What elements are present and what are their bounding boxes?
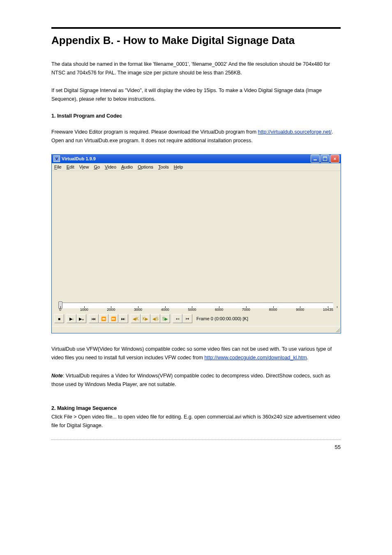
- window-buttons: ×: [311, 155, 341, 163]
- menu-help[interactable]: Help: [174, 164, 183, 169]
- transport-controls: ■ ▶ᵢ ▶ₒ ⏮ ⏪ ⏩ ⏭ ◀K K▶ ◀S S▶ ↤ ↦ Fra: [52, 312, 341, 326]
- menu-view[interactable]: View: [79, 164, 89, 169]
- top-rule: [51, 27, 341, 29]
- timeline-ticks: 0 1000 2000 3000 4000 5000 6000 7000 800…: [59, 308, 333, 312]
- maximize-button[interactable]: [321, 155, 330, 163]
- note-paragraph: Note: VirtualDub requires a Video for Wi…: [51, 372, 341, 389]
- go-start-button[interactable]: ⏮: [89, 314, 99, 323]
- status-bar: [52, 326, 341, 333]
- menu-file[interactable]: File: [54, 164, 62, 169]
- tick: 8000: [269, 308, 277, 312]
- tick: 9000: [296, 308, 304, 312]
- scene-prev-button[interactable]: ◀S: [150, 314, 160, 323]
- note-label: Note: [51, 373, 63, 379]
- tick: 2000: [107, 308, 115, 312]
- menu-tools[interactable]: Tools: [158, 164, 169, 169]
- step-fwd-button[interactable]: ⏩: [108, 314, 118, 323]
- mark-in-button[interactable]: ↤: [173, 314, 182, 323]
- menu-options[interactable]: Options: [138, 164, 153, 169]
- app-icon: V: [53, 155, 60, 162]
- video-canvas: [52, 171, 341, 303]
- frame-label: Frame 0 (0:00:00.000) [K]: [196, 316, 248, 321]
- scene-next-button[interactable]: S▶: [160, 314, 170, 323]
- menu-edit[interactable]: Edit: [67, 164, 74, 169]
- timeline[interactable]: 0 1000 2000 3000 4000 5000 6000 7000 800…: [55, 303, 337, 312]
- menu-go[interactable]: Go: [94, 164, 100, 169]
- tick: 4000: [161, 308, 169, 312]
- menu-audio[interactable]: Audio: [121, 164, 133, 169]
- note-text: : VirtualDub requires a Video for Window…: [51, 373, 330, 387]
- resize-grip-icon[interactable]: [335, 327, 340, 332]
- section-1-text: Freeware Video Editor program is require…: [51, 128, 341, 146]
- footer-rule: [51, 439, 341, 440]
- tick: 10435: [323, 308, 333, 312]
- play-input-button[interactable]: ▶ᵢ: [67, 314, 76, 323]
- virtualdub-window: V VirtualDub 1.9.9 × File Edit View Go V…: [51, 154, 341, 333]
- virtualdub-link[interactable]: http://virtualdub.sourceforge.net/: [258, 129, 332, 135]
- codecguide-link[interactable]: http://www.codecguide.com/download_kl.ht…: [204, 355, 307, 361]
- page-title: Appendix B. - How to Make Digital Signag…: [51, 33, 341, 49]
- section-1-title: 1. Install Program and Codec: [51, 113, 341, 119]
- mark-out-button[interactable]: ↦: [182, 314, 192, 323]
- titlebar: V VirtualDub 1.9.9 ×: [52, 154, 341, 163]
- window-title: VirtualDub 1.9.9: [62, 156, 311, 161]
- codec-paragraph: VirtualDub use VFW(Video for Windows) co…: [51, 345, 341, 363]
- intro-naming: The data should be named in the format l…: [51, 60, 341, 78]
- section-2-title: 2. Making Image Sequence: [51, 405, 341, 411]
- key-prev-button[interactable]: ◀K: [131, 314, 141, 323]
- intro-video: If set Digital Signage Interval as "Vide…: [51, 86, 341, 104]
- tick: 7000: [242, 308, 250, 312]
- codec-post: .: [307, 355, 308, 361]
- tick: 6000: [215, 308, 223, 312]
- close-button[interactable]: ×: [330, 155, 339, 163]
- play-output-button[interactable]: ▶ₒ: [76, 314, 86, 323]
- step-back-button[interactable]: ⏪: [99, 314, 108, 323]
- tick: 0: [59, 308, 61, 312]
- section-1-pre: Freeware Video Editor program is require…: [51, 129, 258, 135]
- menu-video[interactable]: Video: [105, 164, 116, 169]
- minimize-button[interactable]: [311, 155, 320, 163]
- tick: 1000: [80, 308, 88, 312]
- tick: 5000: [188, 308, 196, 312]
- tick: 3000: [134, 308, 142, 312]
- section-2-text: Click File > Open video file... to open …: [51, 413, 341, 430]
- menu-bar: File Edit View Go Video Audio Options To…: [52, 163, 341, 171]
- page-number: 55: [51, 444, 341, 450]
- key-next-button[interactable]: K▶: [141, 314, 150, 323]
- stop-button[interactable]: ■: [54, 314, 64, 323]
- go-end-button[interactable]: ⏭: [118, 314, 128, 323]
